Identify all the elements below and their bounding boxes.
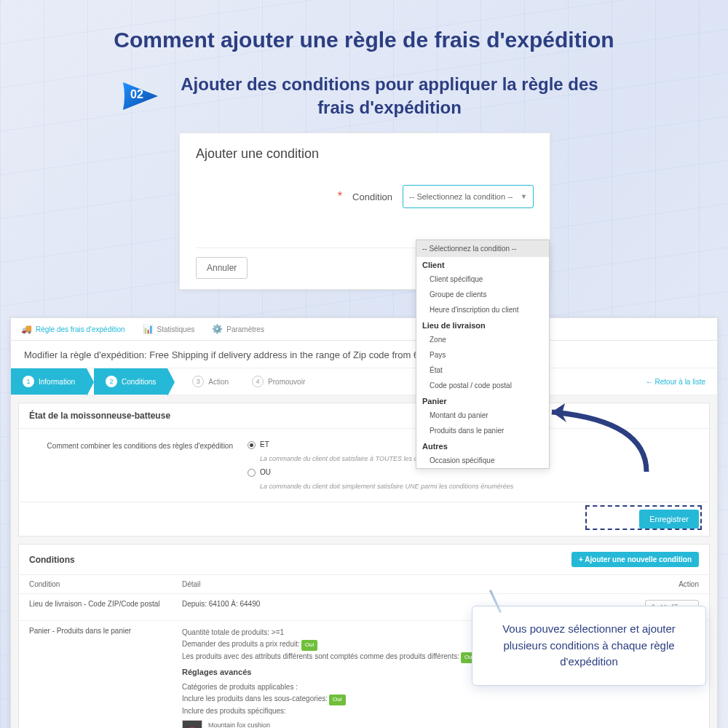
subtitle: Ajouter des conditions pour appliquer la… (171, 73, 608, 120)
dd-item[interactable]: Heure d'inscription du client (416, 302, 549, 317)
condition-select[interactable]: -- Selectionnez la condition -- ▼ (403, 185, 534, 208)
required-asterisk: * (338, 190, 342, 203)
dd-item[interactable]: Client spécifique (416, 272, 549, 287)
dd-item[interactable]: Pays (416, 347, 549, 363)
product-item: ▼ Mountain fox cushion18,90 $ (182, 720, 633, 728)
step-conditions[interactable]: 2Conditions (94, 368, 167, 395)
back-to-list-link[interactable]: ← Retour à la liste (634, 378, 717, 386)
gear-icon: ⚙️ (212, 324, 223, 334)
dd-item[interactable]: Groupe de clients (416, 287, 549, 302)
add-condition-button[interactable]: + Ajouter une nouvelle condition (571, 552, 699, 567)
tab-shipping-rules[interactable]: 🚚Règle des frais d'expédition (21, 324, 125, 334)
badge-oui: Oui (329, 695, 345, 705)
page-title: Comment ajouter une règle de frais d'exp… (0, 0, 728, 52)
dd-item[interactable]: Zone (416, 332, 549, 347)
cancel-button[interactable]: Annuler (196, 257, 248, 279)
dd-item[interactable]: Montant du panier (416, 408, 549, 423)
step-header: 02 Ajouter des conditions pour appliquer… (0, 73, 728, 120)
chevron-down-icon: ▼ (521, 193, 527, 200)
step-information[interactable]: 1Information (11, 368, 87, 395)
tab-settings[interactable]: ⚙️Paramètres (212, 324, 264, 334)
product-thumb: ▼ (182, 720, 202, 728)
combine-label: Comment combiner les conditions des règl… (29, 440, 233, 450)
radio-icon (248, 469, 256, 477)
dd-item[interactable]: Occasion spécifique (416, 453, 549, 468)
highlight-box (585, 505, 702, 530)
badge-oui: Oui (301, 640, 317, 651)
condition-label: Condition (352, 191, 392, 202)
modal-title: Ajouter une condition (196, 146, 534, 162)
dd-item[interactable]: Produits dans le panier (416, 423, 549, 438)
dd-item[interactable]: État (416, 363, 549, 378)
dd-placeholder[interactable]: -- Sélectionnez la condition -- (416, 240, 549, 257)
conditions-title: Conditions (29, 555, 75, 565)
help-tooltip: Vous pouvez sélectionner et ajouter plus… (472, 606, 706, 686)
condition-dropdown[interactable]: -- Sélectionnez la condition -- Client C… (416, 240, 550, 469)
step-number: 02 (130, 88, 143, 101)
nav-tabs: 🚚Règle des frais d'expédition 📊Statistiq… (11, 318, 717, 341)
tab-stats[interactable]: 📊Statistiques (143, 324, 195, 334)
rule-title: Modifier la règle d'expédition: Free Shi… (11, 341, 717, 368)
wizard-steps: 1Information 2Conditions 3Action 4Promou… (11, 368, 717, 395)
step-action[interactable]: 3Action (181, 368, 240, 395)
callout-arrow (537, 399, 654, 479)
truck-icon: 🚚 (21, 324, 32, 334)
dd-item[interactable]: Code postal / code postal (416, 378, 549, 393)
play-icon: 02 (120, 79, 161, 113)
chart-icon: 📊 (143, 324, 154, 334)
radio-icon (248, 441, 256, 449)
table-header: Condition Détail Action (19, 575, 709, 594)
step-promote[interactable]: 4Promouvoir (240, 368, 317, 395)
